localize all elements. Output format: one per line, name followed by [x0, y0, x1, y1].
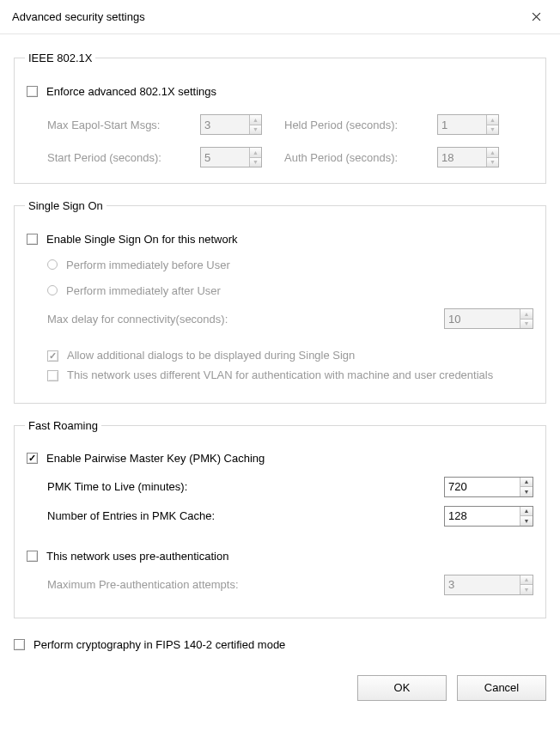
sso-diff-vlan-checkbox[interactable] — [47, 370, 58, 381]
group-sso: Single Sign On Enable Single Sign On for… — [14, 199, 546, 404]
sso-before-label: Perform immediately before User — [66, 259, 230, 271]
sso-diff-vlan-label: This network uses different VLAN for aut… — [67, 368, 493, 384]
legend-ieee8021x: IEEE 802.1X — [25, 52, 95, 64]
max-preauth-label: Maximum Pre-authentication attempts: — [47, 578, 239, 591]
start-period-spinbox[interactable]: ▲▼ — [200, 147, 262, 167]
group-ieee8021x: IEEE 802.1X Enforce advanced 802.1X sett… — [14, 52, 546, 184]
spin-down-icon[interactable]: ▼ — [250, 125, 261, 135]
max-eapol-spinbox[interactable]: ▲▼ — [200, 114, 262, 135]
sso-after-label: Perform immediately after User — [66, 284, 221, 297]
pmk-ttl-input[interactable] — [445, 478, 520, 496]
preauth-checkbox[interactable] — [27, 551, 38, 562]
titlebar: Advanced security settings — [0, 0, 560, 34]
close-button[interactable] — [517, 4, 555, 30]
legend-sso: Single Sign On — [25, 199, 107, 212]
pmk-caching-label: Enable Pairwise Master Key (PMK) Caching — [46, 452, 265, 465]
sso-before-radio[interactable] — [47, 259, 58, 270]
enable-sso-checkbox[interactable] — [27, 234, 38, 245]
max-eapol-label: Max Eapol-Start Msgs: — [47, 119, 185, 131]
start-period-input[interactable] — [201, 148, 249, 167]
spin-up-icon[interactable]: ▲ — [520, 507, 533, 517]
max-preauth-input[interactable] — [445, 575, 520, 594]
spin-up-icon[interactable]: ▲ — [250, 148, 261, 158]
auth-period-input[interactable] — [438, 148, 486, 167]
sso-max-delay-label: Max delay for connectivity(seconds): — [47, 313, 228, 326]
spin-down-icon[interactable]: ▼ — [520, 585, 533, 594]
sso-after-radio[interactable] — [47, 285, 58, 295]
held-period-label: Held Period (seconds): — [284, 119, 422, 131]
spin-down-icon[interactable]: ▼ — [520, 487, 533, 496]
pmk-entries-input[interactable] — [445, 507, 520, 526]
held-period-spinbox[interactable]: ▲▼ — [437, 114, 499, 135]
spin-down-icon[interactable]: ▼ — [250, 158, 261, 167]
ok-button[interactable]: OK — [357, 675, 447, 701]
fips-checkbox[interactable] — [14, 639, 25, 650]
spin-up-icon[interactable]: ▲ — [487, 115, 498, 125]
spin-up-icon[interactable]: ▲ — [520, 478, 533, 488]
sso-max-delay-spinbox[interactable]: ▲▼ — [444, 308, 533, 329]
enforce-8021x-label: Enforce advanced 802.1X settings — [46, 85, 216, 98]
dialog-footer: OK Cancel — [0, 670, 560, 711]
spin-up-icon[interactable]: ▲ — [520, 309, 533, 320]
pmk-caching-checkbox[interactable] — [27, 453, 38, 464]
close-icon — [532, 12, 541, 21]
pmk-entries-spinbox[interactable]: ▲▼ — [444, 506, 533, 527]
window-title: Advanced security settings — [12, 10, 145, 23]
spin-up-icon[interactable]: ▲ — [520, 575, 533, 586]
cancel-button[interactable]: Cancel — [457, 675, 546, 701]
group-fast-roaming: Fast Roaming Enable Pairwise Master Key … — [14, 419, 546, 618]
preauth-label: This network uses pre-authentication — [46, 550, 228, 563]
pmk-ttl-spinbox[interactable]: ▲▼ — [444, 477, 533, 497]
enforce-8021x-checkbox[interactable] — [27, 86, 38, 97]
start-period-label: Start Period (seconds): — [47, 151, 185, 164]
auth-period-spinbox[interactable]: ▲▼ — [437, 147, 499, 167]
spin-up-icon[interactable]: ▲ — [487, 148, 498, 158]
spin-up-icon[interactable]: ▲ — [250, 115, 261, 125]
spin-down-icon[interactable]: ▼ — [520, 320, 533, 329]
pmk-ttl-label: PMK Time to Live (minutes): — [47, 480, 187, 493]
spin-down-icon[interactable]: ▼ — [520, 516, 533, 526]
sso-allow-dialogs-checkbox[interactable] — [47, 350, 58, 362]
auth-period-label: Auth Period (seconds): — [284, 151, 422, 164]
legend-fast-roaming: Fast Roaming — [25, 419, 101, 432]
enable-sso-label: Enable Single Sign On for this network — [46, 233, 238, 246]
sso-allow-dialogs-label: Allow additional dialogs to be displayed… — [67, 348, 355, 364]
pmk-entries-label: Number of Entries in PMK Cache: — [47, 509, 215, 522]
spin-down-icon[interactable]: ▼ — [487, 125, 498, 135]
max-preauth-spinbox[interactable]: ▲▼ — [444, 575, 533, 595]
held-period-input[interactable] — [438, 115, 486, 134]
max-eapol-input[interactable] — [201, 115, 249, 134]
fips-label: Perform cryptography in FIPS 140-2 certi… — [33, 638, 285, 651]
sso-max-delay-input[interactable] — [445, 309, 520, 328]
spin-down-icon[interactable]: ▼ — [487, 158, 498, 167]
